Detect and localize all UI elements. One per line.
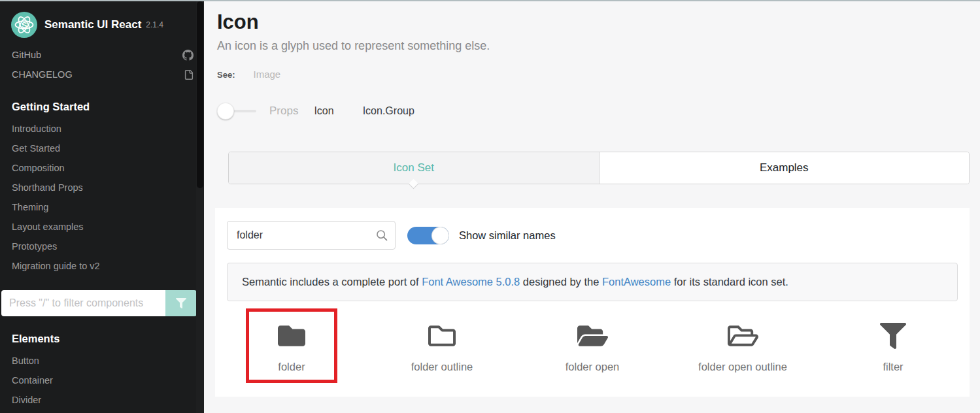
page-subtitle: An icon is a glyph used to represent som… (217, 39, 980, 53)
brand-version: 2.1.4 (146, 20, 163, 29)
icon-result-folder[interactable]: folder (216, 309, 367, 384)
filter-icon (880, 322, 906, 350)
sidebar-item-divider[interactable]: Divider (0, 390, 204, 410)
see-link-image[interactable]: Image (253, 69, 280, 80)
folder-open-outline-icon (728, 322, 758, 350)
icon-result-label: folder outline (411, 361, 473, 373)
props-link-icon-group[interactable]: Icon.Group (363, 105, 414, 117)
sidebar-link-changelog[interactable]: CHANGELOG (0, 65, 204, 84)
tab-bar: Icon Set Examples (228, 152, 970, 184)
show-similar-names-toggle-knob[interactable] (431, 227, 449, 244)
icon-search-row: Show similar names (227, 221, 958, 250)
font-awesome-message: Semantic includes a complete port of Fon… (227, 263, 958, 301)
sidebar-item-composition[interactable]: Composition (0, 158, 204, 178)
tab-content-zone: Show similar names Semantic includes a c… (204, 184, 980, 413)
section-elements: Elements Button Container Divider (0, 333, 204, 410)
props-toggle[interactable] (217, 103, 258, 120)
icon-result-label: filter (883, 361, 903, 373)
see-also-row: See: Image (217, 69, 980, 80)
sidebar-link-github[interactable]: GitHub (0, 45, 204, 65)
search-icon (376, 229, 388, 241)
github-link-label: GitHub (12, 50, 41, 60)
props-toggle-label[interactable]: Props (269, 105, 298, 118)
icon-results-grid: folder folder outline folder open folder… (216, 309, 968, 384)
sidebar-item-migration-guide[interactable]: Migration guide to v2 (0, 256, 204, 276)
tab-examples[interactable]: Examples (600, 152, 970, 184)
component-filter-input[interactable] (1, 290, 165, 316)
sidebar-item-button[interactable]: Button (0, 351, 204, 371)
icon-search-field (227, 221, 396, 250)
component-filter-button[interactable] (165, 290, 197, 316)
main-content: Icon An icon is a glyph used to represen… (204, 1, 980, 413)
filter-icon (176, 298, 186, 308)
show-similar-names-toggle[interactable] (407, 227, 449, 244)
icon-result-folder-outline[interactable]: folder outline (367, 309, 517, 384)
sidebar-item-shorthand-props[interactable]: Shorthand Props (0, 178, 204, 197)
props-bar: Props Icon Icon.Group (217, 102, 980, 120)
section-heading: Elements (0, 333, 204, 345)
file-icon (184, 70, 194, 80)
component-filter (1, 290, 197, 316)
sidebar-item-get-started[interactable]: Get Started (0, 139, 204, 158)
props-toggle-knob[interactable] (217, 103, 234, 120)
font-awesome-version-link[interactable]: Font Awesome 5.0.8 (422, 276, 520, 288)
props-link-icon[interactable]: Icon (314, 105, 333, 117)
icon-result-label: folder open (566, 361, 620, 373)
icon-result-folder-open[interactable]: folder open (517, 309, 667, 384)
sidebar-item-introduction[interactable]: Introduction (0, 119, 204, 139)
brand[interactable]: Semantic UI React 2.1.4 (0, 1, 204, 38)
message-text: designed by the (520, 276, 602, 288)
icon-result-label: folder open outline (698, 361, 787, 373)
message-text: for its standard icon set. (671, 276, 788, 288)
semantic-ui-logo-icon (11, 12, 37, 38)
page-title: Icon (217, 10, 980, 34)
sidebar: Semantic UI React 2.1.4 GitHub CHANGELOG… (0, 1, 204, 413)
folder-icon (278, 322, 305, 350)
icon-result-filter[interactable]: filter (818, 309, 968, 384)
sidebar-item-layout-examples[interactable]: Layout examples (0, 217, 204, 237)
icon-search-input[interactable] (227, 221, 396, 250)
sidebar-item-prototypes[interactable]: Prototypes (0, 237, 204, 256)
section-getting-started: Getting Started Introduction Get Started… (0, 101, 204, 276)
show-similar-names-label: Show similar names (459, 229, 556, 242)
icon-result-folder-open-outline[interactable]: folder open outline (667, 309, 818, 384)
folder-open-icon (577, 322, 608, 350)
sidebar-item-theming[interactable]: Theming (0, 197, 204, 217)
font-awesome-link[interactable]: FontAwesome (602, 276, 671, 288)
sidebar-scrollbar-thumb[interactable] (197, 1, 203, 188)
changelog-link-label: CHANGELOG (12, 69, 73, 80)
brand-title: Semantic UI React (44, 18, 141, 31)
github-icon (182, 50, 194, 61)
icon-set-panel: Show similar names Semantic includes a c… (215, 208, 970, 397)
see-label: See: (217, 70, 235, 80)
section-heading: Getting Started (0, 101, 204, 113)
folder-outline-icon (428, 322, 456, 350)
icon-result-label: folder (278, 361, 305, 373)
sidebar-item-container[interactable]: Container (0, 371, 204, 390)
message-text: Semantic includes a complete port of (242, 276, 422, 288)
